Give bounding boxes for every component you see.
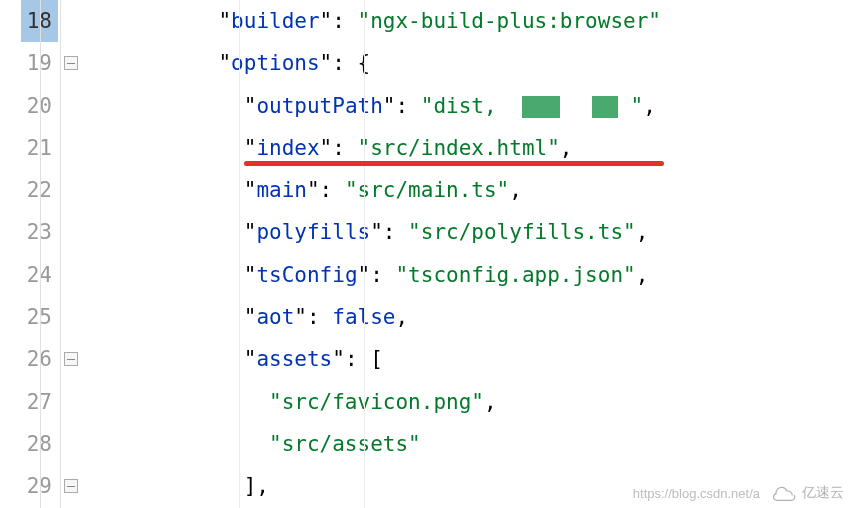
token: " [244, 178, 257, 202]
token: "src/index.html" [358, 136, 560, 160]
token: ": [307, 178, 345, 202]
line-number: 27 [0, 381, 52, 423]
fold-toggle-icon[interactable] [64, 479, 78, 493]
code-line[interactable]: "src/favicon.png", [92, 381, 852, 423]
token: , [636, 263, 649, 287]
code-editor[interactable]: 181920212223242526272829 "builder": "ngx… [0, 0, 852, 508]
token: ": [370, 220, 408, 244]
line-number-gutter: 181920212223242526272829 [0, 0, 60, 508]
line-number: 28 [0, 423, 52, 465]
token: ": [383, 94, 421, 118]
fold-toggle-icon[interactable] [64, 352, 78, 366]
token: ], [244, 474, 269, 498]
token: aot [256, 305, 294, 329]
token: builder [231, 9, 320, 33]
token: " [244, 347, 257, 371]
token: "src/assets" [269, 432, 421, 456]
code-line[interactable]: "tsConfig": "tsconfig.app.json", [92, 254, 852, 296]
line-number: 29 [0, 465, 52, 507]
code-line[interactable]: "options": { [92, 42, 852, 84]
token: , [509, 178, 522, 202]
token: "src/favicon.png" [269, 390, 484, 414]
code-line[interactable]: "main": "src/main.ts", [92, 169, 852, 211]
code-line[interactable]: "src/assets" [92, 423, 852, 465]
token: , [560, 136, 573, 160]
code-line[interactable]: "builder": "ngx-build-plus:browser" [92, 0, 852, 42]
token: "ngx-build-plus:browser" [358, 9, 661, 33]
token: ": [320, 136, 358, 160]
line-number: 21 [0, 127, 52, 169]
token: " [244, 136, 257, 160]
token: , [395, 305, 408, 329]
fold-strip [60, 0, 84, 508]
redacted-block [522, 96, 560, 118]
token: "dist, [421, 94, 522, 118]
line-number: 19 [0, 42, 52, 84]
token: " [618, 94, 643, 118]
code-line[interactable]: "assets": [ [92, 338, 852, 380]
token: " [244, 263, 257, 287]
line-number: 26 [0, 338, 52, 380]
code-line[interactable]: "polyfills": "src/polyfills.ts", [92, 211, 852, 253]
token: "src/main.ts" [345, 178, 509, 202]
token: " [244, 220, 257, 244]
token: " [244, 305, 257, 329]
brand-text: 亿速云 [802, 484, 844, 502]
watermark-url: https://blog.csdn.net/a [633, 486, 760, 501]
token: " [244, 94, 257, 118]
token: options [231, 51, 320, 75]
token: assets [256, 347, 332, 371]
token: ": [294, 305, 332, 329]
redacted-block [592, 96, 618, 118]
token: ": { [320, 51, 371, 75]
token: main [256, 178, 307, 202]
token: " [218, 51, 231, 75]
code-area[interactable]: "builder": "ngx-build-plus:browser" "opt… [84, 0, 852, 508]
token: ": [320, 9, 358, 33]
token: , [636, 220, 649, 244]
watermark: https://blog.csdn.net/a 亿速云 [633, 484, 844, 502]
token: , [484, 390, 497, 414]
cloud-icon [772, 484, 798, 502]
fold-toggle-icon[interactable] [64, 56, 78, 70]
token: , [643, 94, 656, 118]
line-number: 18 [0, 0, 52, 42]
token: tsConfig [256, 263, 357, 287]
line-number: 23 [0, 211, 52, 253]
code-line[interactable]: "outputPath": "dist, ", [92, 85, 852, 127]
brand-logo: 亿速云 [772, 484, 844, 502]
token: "tsconfig.app.json" [395, 263, 635, 287]
token: ": [ [332, 347, 383, 371]
code-line[interactable]: "aot": false, [92, 296, 852, 338]
red-underline-annotation [244, 161, 664, 166]
token: "src/polyfills.ts" [408, 220, 636, 244]
token: index [256, 136, 319, 160]
line-number: 24 [0, 254, 52, 296]
token: " [218, 9, 231, 33]
line-number: 25 [0, 296, 52, 338]
line-number: 22 [0, 169, 52, 211]
line-number: 20 [0, 85, 52, 127]
token: polyfills [256, 220, 370, 244]
